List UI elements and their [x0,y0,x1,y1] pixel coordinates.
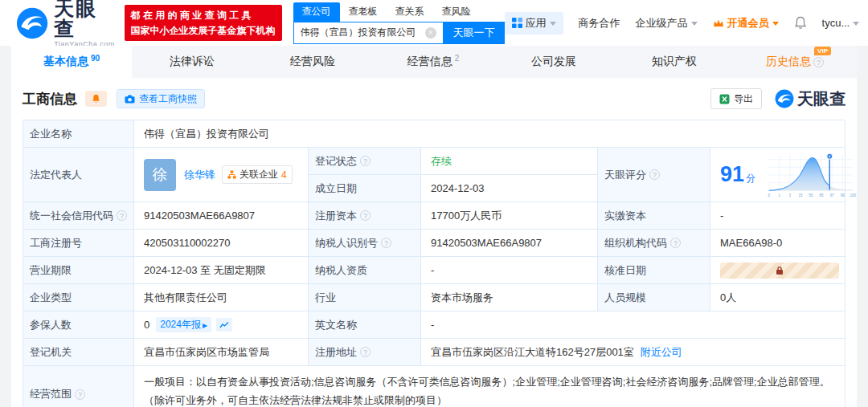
biz-cooperation-link[interactable]: 商务合作 [579,16,620,31]
search-tab-company[interactable]: 查公司 [293,2,340,22]
page-body: 基本信息 90 法律诉讼 经营风险 经营信息 2 公司发展 知识产权 VIP 历… [0,46,868,407]
table-row-legal-rep: 法定代表人 徐 徐华锋 关联企业 4 [23,148,845,202]
tab-basic-info-count: 90 [91,54,100,63]
staff-size-value: 0人 [710,284,845,311]
annual-report-link[interactable]: 2024年报 ▸ [156,317,211,332]
search-input-wrap: × [293,22,444,44]
slogan-line1: 都 在 用 的 商 业 查 询 工 具 [131,8,276,23]
export-button-label: 导出 [734,92,753,106]
tab-legal[interactable]: 法律诉讼 [132,46,252,78]
export-button[interactable]: 导出 [710,88,762,109]
help-icon[interactable]: ? [360,210,371,221]
crown-icon [713,18,724,28]
tab-basic-info[interactable]: 基本信息 90 [11,46,132,78]
tab-history[interactable]: VIP 历史信息 ? [735,46,855,78]
search-tab-relation[interactable]: 查关系 [387,2,433,22]
apps-label: 应用 [526,16,547,31]
establish-date-label: 成立日期 [309,175,421,201]
industry-label: 行业 [309,284,421,311]
reg-status-value: 存续 [421,148,598,174]
nearby-companies-link[interactable]: 附近公司 [641,345,682,360]
trend-chart-button[interactable] [216,318,232,332]
notification-bell-icon[interactable] [794,16,807,30]
tab-legal-label: 法律诉讼 [170,55,215,69]
svg-text:100: 100 [850,193,857,197]
help-icon[interactable]: ? [117,210,127,221]
open-vip-menu[interactable]: 开通会员 [713,16,779,31]
legal-rep-name-link[interactable]: 徐华锋 [184,168,215,182]
help-icon[interactable]: ? [813,57,824,67]
tab-operating-risk[interactable]: 经营风险 [252,46,373,78]
annual-report-label: 2024年报 [160,318,201,332]
svg-text:15: 15 [799,193,803,197]
org-code-label: 组织机构代码 [604,236,667,250]
locked-value[interactable] [720,263,839,279]
related-companies-label: 关联企业 [240,168,278,181]
chevron-right-icon: ▸ [203,319,207,331]
tab-development[interactable]: 公司发展 [493,46,614,78]
tianyancha-logo-icon [16,6,48,40]
table-row-credit-code: 统一社会信用代码 ? 91420503MAE66A9807 注册资本 ? 177… [23,202,845,230]
help-icon[interactable]: ? [360,156,371,166]
reg-authority-value: 宜昌市伍家岗区市场监管局 [134,339,309,365]
search-tabs: 查公司 查老板 查关系 查风险 [293,2,505,22]
taxpayer-id-value: 91420503MAE66A9807 [421,230,598,256]
reg-address-label: 注册地址 [315,345,357,360]
chevron-down-icon [772,22,779,26]
line-chart-icon [219,321,229,329]
insured-label: 参保人数 [23,311,134,338]
vip-badge: VIP [814,47,831,55]
reg-address-value: 宜昌市伍家岗区沿江大道特162号27层001室 [431,345,634,360]
reg-authority-label: 登记机关 [23,339,134,365]
tab-operating-info[interactable]: 经营信息 2 [373,46,493,78]
username: tycu... [822,17,850,29]
search-input[interactable] [301,27,425,39]
section-title: 工商信息 [23,90,77,108]
reg-capital-label: 注册资本 [315,209,357,223]
insured-value: 0 [144,319,149,331]
tianyancha-logo[interactable]: 天眼查 TianYanCha.com [16,0,117,48]
tab-history-label: 历史信息 [766,55,811,69]
chevron-down-icon [853,22,859,26]
taxpayer-quality-label: 纳税人资质 [309,257,421,283]
tab-ip[interactable]: 知识产权 [614,46,735,78]
search-tab-risk[interactable]: 查风险 [433,2,480,22]
reg-number-value: 420503110002270 [134,230,309,256]
tab-operating-info-count: 2 [455,54,460,63]
search-button[interactable]: 天眼一下 [444,22,505,44]
subscribe-bell-button[interactable] [85,91,107,107]
svg-text:0: 0 [768,193,771,197]
paid-capital-label: 实缴资本 [598,202,710,229]
business-info-table: 企业名称 伟得（宜昌）投资有限公司 法定代表人 徐 徐华锋 关联企业 4 [23,120,845,407]
section-header: 工商信息 查看工商快照 导出 [11,78,857,120]
user-menu[interactable]: tycu... [822,17,860,29]
enterprise-products-label: 企业级产品 [636,16,688,31]
business-scope-label: 经营范围 [30,387,72,401]
apps-grid-icon [512,18,522,28]
business-scope-value: 一般项目：以自有资金从事投资活动;信息咨询服务（不含许可类信息咨询服务）;企业管… [134,366,845,407]
help-icon[interactable]: ? [381,238,391,248]
tab-basic-info-label: 基本信息 [43,55,88,69]
apps-menu[interactable]: 应用 [505,12,563,35]
business-term-value: 2024-12-03 至 无固定期限 [134,257,309,283]
taxpayer-id-label: 纳税人识别号 [315,236,378,250]
taxpayer-quality-value: - [421,257,598,283]
legal-rep-avatar[interactable]: 徐 [144,159,176,191]
camera-icon [125,95,135,104]
excel-export-icon [719,94,730,104]
bell-icon [92,94,100,104]
enterprise-products-menu[interactable]: 企业级产品 [636,16,698,31]
svg-text:1: 1 [779,193,781,197]
help-icon[interactable]: ? [670,238,681,248]
clear-search-icon[interactable]: × [425,27,436,39]
search-tab-boss[interactable]: 查老板 [340,2,387,22]
score-cell: 91 分 [710,148,868,201]
approval-date-label: 核准日期 [598,257,710,283]
snapshot-button[interactable]: 查看工商快照 [117,89,205,108]
help-icon[interactable]: ? [75,389,85,400]
reg-capital-value: 17700万人民币 [421,202,598,229]
help-icon[interactable]: ? [360,347,371,357]
related-companies-badge[interactable]: 关联企业 4 [222,165,293,184]
help-icon[interactable]: ? [649,169,660,180]
svg-text:85: 85 [820,193,824,197]
